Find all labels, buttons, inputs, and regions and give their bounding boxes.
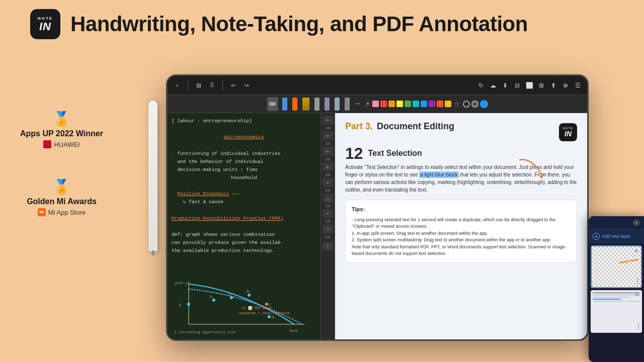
add-layer-button[interactable]: + Add new layer [589,230,644,243]
pen-tool-gold[interactable] [302,98,309,111]
sidebar-label-6: 2.0 [326,204,331,208]
svg-point-2 [187,303,190,306]
pen-tool-gray[interactable] [314,98,319,111]
svg-point-12 [268,315,271,318]
tips-line-4: Note that only standard formatted PDF, P… [352,244,571,257]
color-dropdown-icon[interactable]: ▾ [367,102,369,106]
layer-2-eye-icon[interactable]: 👁 [635,292,640,298]
download-icon[interactable]: ⬇ [501,81,510,90]
tablet-content: [ labour · entrepreneurship] microeconom… [168,113,587,339]
color-deep-orange[interactable] [437,101,443,107]
logo-in-text: IN [39,21,51,32]
color-purple[interactable] [429,101,435,107]
sidebar-close-btn[interactable]: × [323,242,334,251]
pen-tool-blue[interactable] [282,98,287,111]
svg-point-10 [265,303,268,306]
sidebar-btn-7[interactable]: + [323,209,334,218]
layers-icon[interactable]: ☰ [573,81,582,90]
note-panel: [ labour · entrepreneurship] microeconom… [168,113,321,339]
note-functioning-1: · functioning of individual industries [172,150,316,158]
sidebar-btn-1[interactable]: ✏ [323,116,334,125]
layer-1-mark [619,259,638,264]
close-icon: × [635,221,638,225]
tools-sep [356,104,360,104]
apps-icon[interactable]: ⠿ [207,81,216,90]
star-icon[interactable]: ☆ [454,100,460,108]
award-apps-up-brand: HUAWEI [43,140,80,148]
app-logo: NOTE IN [30,9,60,39]
note-fact: ↳ fact & cause [172,198,316,206]
add-layer-label: Add new layer [602,234,630,239]
refresh-icon[interactable]: ↻ [476,81,486,90]
color-red[interactable] [380,101,387,107]
layer-2-preview [591,290,642,333]
sidebar-label-1: 2.0 [326,126,331,130]
grid-icon[interactable]: ⊞ [194,81,203,90]
tablet-toolbar: ‹ ⊞ ⠿ ↩ ↪ ↻ ☁ ⬇ ⊟ ⬜ ⊞ ⬆ ⊕ ☰ [168,76,587,95]
expand-icon[interactable]: ⬜ [525,81,534,90]
sidebar-btn-3[interactable]: ✏ [323,147,334,156]
color-yellow[interactable] [396,101,403,107]
huawei-logo-icon [43,140,51,148]
pen-tool-dark[interactable] [345,98,350,111]
laurel-right: 🏅 [53,178,70,195]
color-green[interactable] [405,101,411,107]
undo-icon[interactable]: ↩ [229,81,238,90]
color-pink[interactable] [372,101,379,107]
layer-1-menu-icon[interactable]: ⋮ [634,277,640,285]
sidebar-btn-6[interactable]: △ [323,194,334,203]
color-orange[interactable] [388,101,395,107]
svg-text:B₁: B₁ [210,295,214,299]
back-icon[interactable]: ‹ [173,81,182,90]
add-icon[interactable]: ⊕ [561,81,570,90]
layer-1-eye-icon[interactable]: 👁 [634,248,639,254]
color-cyan[interactable] [413,101,419,107]
add-layer-plus-icon: + [593,233,600,240]
sidebar-label-3: 2.0 [326,157,331,161]
note-ppf: Production Possibilities Frontier (PPF) [172,215,316,223]
svg-text:B₄: B₄ [272,315,276,319]
layout-icon[interactable]: ⊞ [537,81,546,90]
sidebar-label-7: 2.0 [326,220,331,223]
cloud-icon[interactable]: ☁ [489,81,498,90]
toolbar-sep-2 [222,80,223,90]
note-functioning-3: decision-making units : fims [172,166,316,174]
layer-item-2[interactable]: 👁 ⋮ [591,290,642,333]
sidebar-btn-2[interactable]: ✏ [323,131,334,140]
layer-2-line-3 [593,297,630,298]
layer-close-button[interactable]: × [633,219,640,226]
layer-item-1[interactable]: 👁 ⋮ [591,245,642,288]
ppf-graph-svg: A B₁ B₂ B₃ C B₄ good y Go [173,279,315,334]
doc-section-row: 12 Text Selection [335,145,587,161]
doc-header: Part 3. Document Editing NOTE IN [335,113,587,145]
tool-sidebar: ✏ 2.0 ✏ 2.0 ✏ 2.0 ■ 2.0 ≡ 2.0 △ 2.0 + 2.… [321,113,335,339]
doc-panel: Part 3. Document Editing NOTE IN 12 Text… [335,113,587,339]
circle-blue-icon[interactable] [480,100,488,108]
circle-outline-icon[interactable] [463,101,470,108]
pen-tool-purple[interactable] [325,98,330,111]
layer-2-menu-icon[interactable]: ⋮ [635,323,641,331]
redo-icon[interactable]: ↪ [242,81,251,90]
sidebar-btn-5[interactable]: ≡ [323,178,334,187]
note-ppf-text: Production Possibilities Frontier (PPF) [172,216,283,221]
arrow-decoration [517,157,547,185]
award-golden-mi-title: Golden Mi Awards [27,197,97,206]
upload-icon[interactable]: ⬆ [549,81,558,90]
app-header: NOTE IN Handwriting, Note-Taking, and PD… [0,0,644,48]
right-panels: ✏ 2.0 ✏ 2.0 ✏ 2.0 ■ 2.0 ≡ 2.0 △ 2.0 + 2.… [321,113,587,339]
circle-fill-icon[interactable] [471,101,478,108]
pen-tool-teal[interactable] [335,98,340,111]
sidebar-btn-8[interactable]: ⊹ [323,225,334,234]
color-amber[interactable] [445,101,451,107]
doc-section-number: 12 [345,145,363,161]
tool-input-icon[interactable]: ⌨ [267,97,278,111]
layer-2-line-4 [593,299,621,300]
drawing-toolbar: ⌨ ▾ ☆ [168,95,587,113]
doc-highlight: a light blue block [419,171,459,178]
award-apps-up: 🏅 Apps UP 2022 Winner HUAWEI [20,111,103,148]
sidebar-btn-4[interactable]: ■ [323,162,334,171]
crop-icon[interactable]: ⊟ [513,81,522,90]
color-blue[interactable] [421,101,427,107]
note-def-2: can possibly produce given the availab [172,239,316,247]
pen-tool-orange[interactable] [292,98,297,111]
